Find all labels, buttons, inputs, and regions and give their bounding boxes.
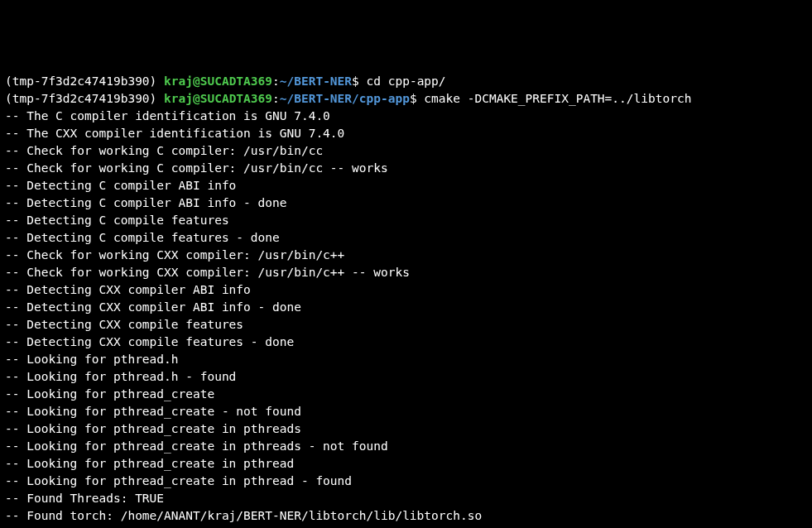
output-line: -- Detecting CXX compiler ABI info xyxy=(5,281,807,299)
output-line: -- Looking for pthread_create in pthread… xyxy=(5,438,807,455)
output-line: -- Check for working CXX compiler: /usr/… xyxy=(5,247,807,264)
output-line: -- Looking for pthread_create xyxy=(5,386,807,403)
cwd-path: ~/BERT-NER xyxy=(280,74,352,88)
user-host: kraj@SUCADTA369 xyxy=(164,92,272,105)
cwd-path: ~/BERT-NER/cpp-app xyxy=(280,92,410,105)
output-line: -- Detecting C compile features - done xyxy=(5,229,807,247)
output-line: -- Looking for pthread.h xyxy=(5,351,807,368)
venv-prefix: (tmp-7f3d2c47419b390) xyxy=(5,92,164,105)
prompt-line-1[interactable]: (tmp-7f3d2c47419b390) kraj@SUCADTA369:~/… xyxy=(5,73,807,90)
prompt-symbol: $ xyxy=(352,74,366,88)
output-line: -- Detecting CXX compiler ABI info - don… xyxy=(5,299,807,316)
output-line: -- The C compiler identification is GNU … xyxy=(5,108,807,125)
output-line: -- Found Threads: TRUE xyxy=(5,490,807,507)
output-line: -- Check for working CXX compiler: /usr/… xyxy=(5,264,807,281)
colon: : xyxy=(272,74,280,88)
output-line: -- Detecting CXX compile features - done xyxy=(5,334,807,351)
output-line: -- Configuring done xyxy=(5,525,807,528)
output-line: -- Looking for pthread_create - not foun… xyxy=(5,403,807,420)
output-line: -- Looking for pthread.h - found xyxy=(5,368,807,386)
command-input: cd cpp-app/ xyxy=(367,74,446,88)
output-line: -- Looking for pthread_create in pthread xyxy=(5,455,807,473)
output-line: -- Detecting C compile features xyxy=(5,212,807,229)
output-line: -- Detecting C compiler ABI info - done xyxy=(5,194,807,212)
output-line: -- Detecting C compiler ABI info xyxy=(5,177,807,194)
output-line: -- Looking for pthread_create in pthread… xyxy=(5,420,807,438)
venv-prefix: (tmp-7f3d2c47419b390) xyxy=(5,74,164,88)
prompt-line-2[interactable]: (tmp-7f3d2c47419b390) kraj@SUCADTA369:~/… xyxy=(5,90,807,108)
output-line: -- Detecting CXX compile features xyxy=(5,316,807,334)
output-line: -- Check for working C compiler: /usr/bi… xyxy=(5,142,807,160)
command-input: cmake -DCMAKE_PREFIX_PATH=../libtorch xyxy=(424,92,691,105)
colon: : xyxy=(272,92,280,105)
output-line: -- Check for working C compiler: /usr/bi… xyxy=(5,160,807,177)
output-line: -- Found torch: /home/ANANT/kraj/BERT-NE… xyxy=(5,507,807,525)
output-line: -- Looking for pthread_create in pthread… xyxy=(5,473,807,490)
output-line: -- The CXX compiler identification is GN… xyxy=(5,125,807,142)
prompt-symbol: $ xyxy=(410,92,424,105)
user-host: kraj@SUCADTA369 xyxy=(164,74,272,88)
